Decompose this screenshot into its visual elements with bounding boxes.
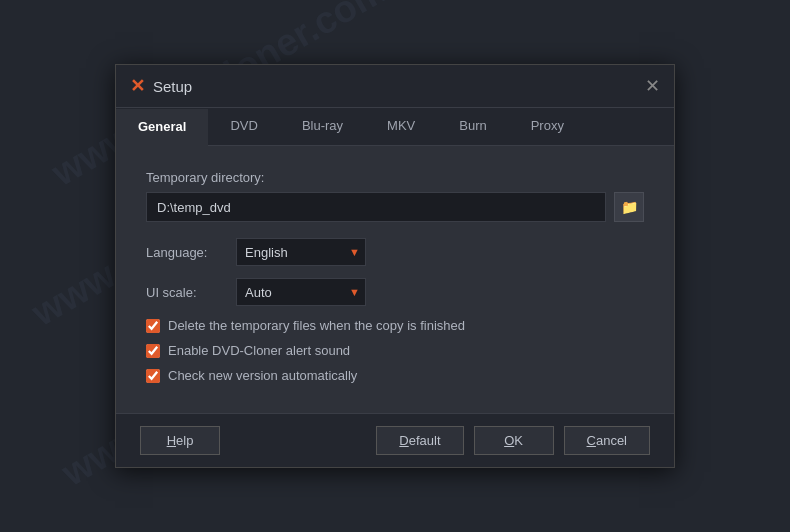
- tab-general[interactable]: General: [116, 109, 208, 146]
- language-label: Language:: [146, 245, 236, 260]
- checkbox-delete-temp-row: Delete the temporary files when the copy…: [146, 318, 644, 333]
- checkbox-alert-sound[interactable]: [146, 344, 160, 358]
- checkbox-check-version-row: Check new version automatically: [146, 368, 644, 383]
- help-underline: H: [167, 433, 176, 448]
- default-label-rest: efault: [409, 433, 441, 448]
- default-underline: D: [399, 433, 408, 448]
- footer: Help Default OK Cancel: [116, 413, 674, 467]
- ui-scale-row: UI scale: Auto 100% 125% 150% ▼: [146, 278, 644, 306]
- ok-underline: O: [504, 433, 514, 448]
- temp-dir-input[interactable]: [146, 192, 606, 222]
- setup-dialog: ✕ Setup ✕ General DVD Blu-ray MKV Burn P…: [115, 64, 675, 468]
- help-label-rest: elp: [176, 433, 193, 448]
- temp-dir-input-row: 📁: [146, 192, 644, 222]
- general-content: Temporary directory: 📁 Language: English…: [116, 146, 674, 413]
- ui-scale-select-wrapper: Auto 100% 125% 150% ▼: [236, 278, 366, 306]
- language-select-wrapper: English French German Spanish Chinese ▼: [236, 238, 366, 266]
- ok-button[interactable]: OK: [474, 426, 554, 455]
- tab-dvd[interactable]: DVD: [208, 108, 279, 145]
- ok-label-rest: K: [514, 433, 523, 448]
- title-bar-left: ✕ Setup: [130, 75, 192, 97]
- temp-dir-label: Temporary directory:: [146, 170, 644, 185]
- setup-icon: ✕: [130, 75, 145, 97]
- cancel-button[interactable]: Cancel: [564, 426, 650, 455]
- cancel-label-rest: ancel: [596, 433, 627, 448]
- footer-right-buttons: Default OK Cancel: [376, 426, 650, 455]
- tab-mkv[interactable]: MKV: [365, 108, 437, 145]
- folder-icon: 📁: [621, 199, 638, 215]
- temp-dir-row: Temporary directory: 📁: [146, 170, 644, 222]
- tab-bar: General DVD Blu-ray MKV Burn Proxy: [116, 108, 674, 146]
- language-select[interactable]: English French German Spanish Chinese: [236, 238, 366, 266]
- language-row: Language: English French German Spanish …: [146, 238, 644, 266]
- tab-proxy[interactable]: Proxy: [509, 108, 586, 145]
- checkbox-delete-temp-label: Delete the temporary files when the copy…: [168, 318, 465, 333]
- default-button[interactable]: Default: [376, 426, 463, 455]
- dialog-title: Setup: [153, 78, 192, 95]
- checkbox-delete-temp[interactable]: [146, 319, 160, 333]
- tab-bluray[interactable]: Blu-ray: [280, 108, 365, 145]
- checkbox-check-version-label: Check new version automatically: [168, 368, 357, 383]
- ui-scale-label: UI scale:: [146, 285, 236, 300]
- title-bar: ✕ Setup ✕: [116, 65, 674, 108]
- tab-burn[interactable]: Burn: [437, 108, 508, 145]
- ui-scale-select[interactable]: Auto 100% 125% 150%: [236, 278, 366, 306]
- cancel-underline: C: [587, 433, 596, 448]
- help-button[interactable]: Help: [140, 426, 220, 455]
- close-button[interactable]: ✕: [645, 77, 660, 95]
- checkbox-alert-sound-row: Enable DVD-Cloner alert sound: [146, 343, 644, 358]
- browse-folder-button[interactable]: 📁: [614, 192, 644, 222]
- checkbox-check-version[interactable]: [146, 369, 160, 383]
- checkbox-alert-sound-label: Enable DVD-Cloner alert sound: [168, 343, 350, 358]
